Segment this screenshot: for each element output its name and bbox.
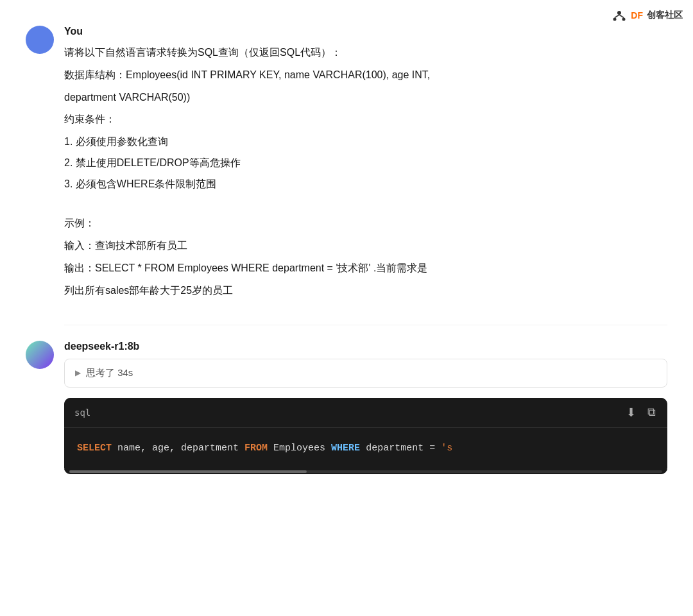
user-line-7: 3. 必须包含WHERE条件限制范围: [64, 175, 667, 194]
user-line-3: department VARCHAR(50)): [64, 89, 667, 107]
user-message-text: 请将以下自然语言请求转换为SQL查询（仅返回SQL代码）： 数据库结构：Empl…: [64, 44, 667, 300]
keyword-from: FROM: [244, 443, 268, 454]
logo-icon: [612, 8, 627, 23]
scrollbar-track: [69, 470, 662, 473]
code-scrollbar[interactable]: [64, 469, 667, 474]
user-line-6: 2. 禁止使用DELETE/DROP等高危操作: [64, 154, 667, 173]
thinking-block[interactable]: ▶ 思考了 34s: [64, 359, 667, 388]
copy-button[interactable]: ⧉: [646, 404, 657, 420]
user-line-10: 输出：SELECT * FROM Employees WHERE departm…: [64, 259, 667, 278]
user-message-block: You 请将以下自然语言请求转换为SQL查询（仅返回SQL代码）： 数据库结构：…: [26, 26, 667, 304]
ai-message-block: deepseek-r1:8b ▶ 思考了 34s sql ⬇ ⧉: [26, 341, 667, 474]
code-columns: name, age, department: [112, 443, 244, 454]
topbar: DF创客社区: [612, 8, 683, 23]
thinking-chevron-icon: ▶: [75, 368, 81, 377]
ai-message-content: deepseek-r1:8b ▶ 思考了 34s sql ⬇ ⧉: [64, 341, 667, 474]
thinking-text: 思考了 34s: [86, 367, 133, 379]
code-block: sql ⬇ ⧉ SELECT name, age, department FRO…: [64, 398, 667, 474]
svg-point-2: [622, 18, 626, 21]
ai-avatar: [26, 341, 54, 369]
user-sender-label: You: [64, 26, 667, 37]
user-line-5: 1. 必须使用参数化查询: [64, 133, 667, 151]
keyword-select: SELECT: [77, 443, 112, 454]
ai-sender-label: deepseek-r1:8b: [64, 341, 667, 352]
svg-point-0: [617, 11, 621, 15]
code-lang-label: sql: [74, 407, 90, 418]
user-message-content: You 请将以下自然语言请求转换为SQL查询（仅返回SQL代码）： 数据库结构：…: [64, 26, 667, 304]
code-body: SELECT name, age, department FROM Employ…: [64, 428, 667, 469]
svg-line-3: [615, 15, 619, 18]
user-line-2: 数据库结构：Employees(id INT PRIMARY KEY, name…: [64, 66, 667, 85]
logo-text-rest: 创客社区: [647, 10, 683, 21]
svg-point-1: [613, 18, 617, 21]
code-condition-col: department: [360, 443, 429, 454]
user-avatar: [26, 26, 54, 54]
keyword-where: WHERE: [331, 443, 360, 454]
code-string-value: 's: [441, 443, 452, 454]
user-line-11: 列出所有sales部年龄大于25岁的员工: [64, 282, 667, 300]
copy-icon: ⧉: [647, 406, 656, 419]
code-equals: =: [429, 443, 441, 454]
user-line-1: 请将以下自然语言请求转换为SQL查询（仅返回SQL代码）：: [64, 44, 667, 62]
code-actions: ⬇ ⧉: [625, 404, 657, 421]
svg-line-4: [619, 15, 624, 18]
scrollbar-thumb: [69, 470, 307, 473]
message-divider: [64, 325, 667, 325]
code-block-header: sql ⬇ ⧉: [64, 398, 667, 428]
download-icon: ⬇: [626, 406, 636, 420]
user-line-4: 约束条件：: [64, 110, 667, 129]
user-line-9: 输入：查询技术部所有员工: [64, 237, 667, 255]
logo-text-df: DF: [631, 10, 643, 21]
user-line-8: 示例：: [64, 214, 667, 233]
download-button[interactable]: ⬇: [625, 404, 637, 421]
code-table: Employees: [268, 443, 331, 454]
